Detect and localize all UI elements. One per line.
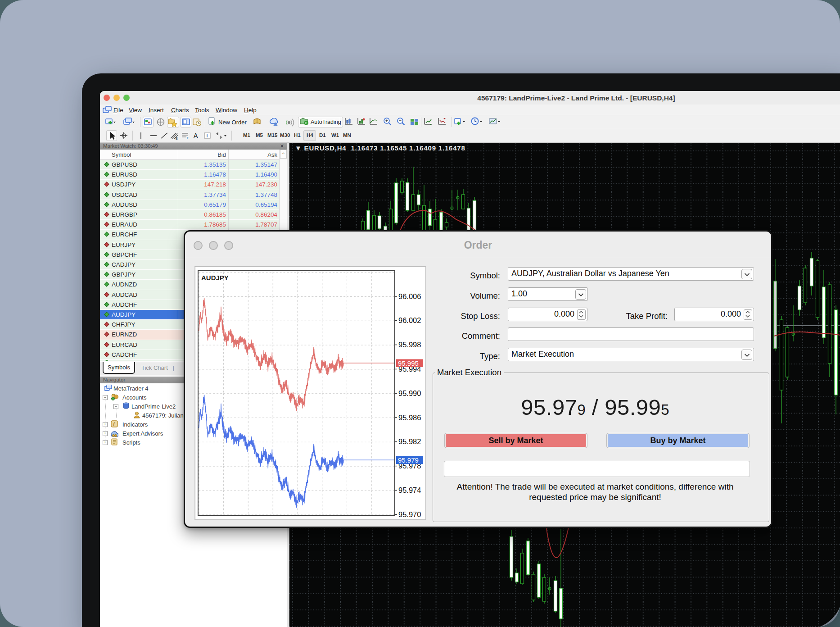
svg-text:F: F: [187, 136, 189, 140]
svg-text:95.982: 95.982: [398, 437, 421, 445]
svg-text:95.970: 95.970: [398, 510, 421, 518]
svg-text:95.986: 95.986: [398, 413, 421, 422]
svg-text:T: T: [206, 133, 208, 138]
svg-text:95.990: 95.990: [398, 389, 421, 397]
svg-text:E: E: [176, 137, 178, 140]
svg-text:AUDJPY: AUDJPY: [201, 274, 229, 282]
svg-text:95.974: 95.974: [398, 486, 421, 494]
svg-text:95.998: 95.998: [398, 341, 421, 349]
svg-text:95.979: 95.979: [398, 456, 419, 464]
